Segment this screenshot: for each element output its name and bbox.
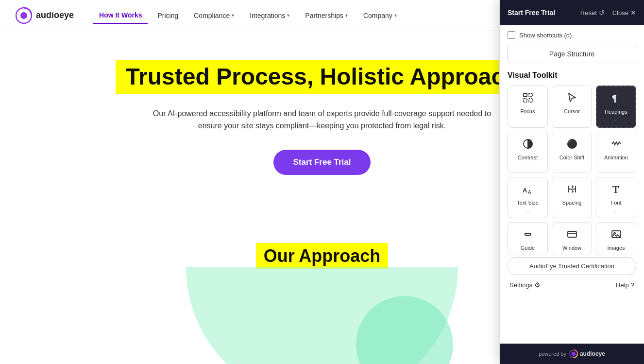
cursor-icon [566,92,578,105]
svg-point-20 [572,352,576,356]
toolkit-font[interactable]: TFont··· [596,177,636,218]
toolkit-headings[interactable]: ¶Headings··· [596,86,636,128]
hero-subtext: Our AI-powered accessibility platform an… [152,107,492,132]
settings-link[interactable]: Settings ⚙ [509,281,541,289]
logo-icon [16,7,32,24]
decorative-circles [152,267,492,364]
toolkit-window[interactable]: Window [552,222,592,255]
toolkit-guide[interactable]: Guide [508,222,548,255]
reset-icon: ↺ [599,9,605,17]
toolkit-contrast-label: Contrast [518,155,538,160]
panel-footer-row: Settings ⚙ Help ? [508,281,636,289]
toolkit-cursor[interactable]: Cursor [552,86,592,128]
nav-links: How It Works Pricing Compliance ▾ Integr… [93,7,522,24]
trial-button-main[interactable]: Start Free Trial [273,150,370,175]
shortcuts-checkbox[interactable] [508,31,515,39]
toolkit-window-label: Window [562,245,581,251]
svg-text:¶: ¶ [612,94,617,104]
toolkit-contrast[interactable]: Contrast··· [508,132,548,173]
panel-trial-label: Start Free Trial [508,9,555,17]
animation-icon [610,138,622,152]
nav-compliance[interactable]: Compliance ▾ [188,8,240,23]
logo-text: audioeye [36,10,74,20]
toolkit-cursor-label: Cursor [564,108,580,114]
svg-text:T: T [612,184,619,195]
nav-pricing[interactable]: Pricing [152,8,184,23]
chevron-down-icon: ▾ [232,13,234,18]
toolkit-text-size[interactable]: AAText Size··· [508,177,548,218]
svg-rect-2 [524,93,527,97]
logo[interactable]: audioeye [16,7,74,24]
panel-body: Show shortcuts (d) Page Structure Visual… [500,25,644,344]
shortcuts-label: Show shortcuts (d) [519,32,572,39]
nav-integrations[interactable]: Integrations ▾ [244,8,295,23]
toolkit-images[interactable]: Images [596,222,636,255]
hero-heading-highlight: Trusted Process, Holistic Approach [116,60,528,94]
svg-rect-5 [529,99,532,102]
nav-partnerships[interactable]: Partnerships ▾ [299,8,354,23]
help-link[interactable]: Help ? [616,281,634,289]
toolkit-headings-dots: ··· [612,118,619,123]
panel-reset-button[interactable]: Reset ↺ [580,9,605,17]
panel-header-controls: Reset ↺ Close ✕ [580,9,636,17]
toolkit-text-size-label: Text Size [517,200,539,206]
toolkit-focus[interactable]: Focus [508,86,548,128]
panel-powered-footer: powered by audioeye [500,344,644,364]
visual-toolkit-title: Visual Toolkit [508,71,636,80]
section-heading: Our Approach [264,246,381,266]
powered-logo: audioeye [569,349,605,358]
toolkit-spacing-label: Spacing [562,200,582,206]
toolkit-grid: FocusCursor¶Headings···Contrast···Color … [508,86,636,255]
gear-icon: ⚙ [534,281,541,289]
powered-brand-text: audioeye [580,350,605,357]
panel-header-bar: Start Free Trial Reset ↺ Close ✕ [500,0,644,25]
svg-point-1 [20,12,27,19]
toolkit-contrast-dots: ··· [524,163,531,169]
hero-heading: Trusted Process, Holistic Approach [125,64,518,90]
headings-icon: ¶ [610,92,622,106]
chevron-down-icon: ▾ [394,13,397,18]
font-icon: T [610,183,622,197]
powered-text: powered by [539,351,566,357]
toolkit-font-dots: ··· [612,208,619,214]
svg-text:A: A [523,187,527,194]
close-icon: ✕ [630,9,636,17]
accessibility-panel: Start Free Trial Reset ↺ Close ✕ Show sh… [499,0,644,364]
cert-button[interactable]: AudioEye Trusted Certification [508,257,636,275]
toolkit-animation[interactable]: Animation [596,132,636,173]
color-shift-icon [566,138,578,152]
focus-icon [522,92,534,105]
chevron-down-icon: ▾ [345,13,348,18]
toolkit-images-label: Images [607,245,625,251]
toolkit-guide-label: Guide [521,245,535,251]
svg-point-18 [614,233,615,234]
toolkit-headings-label: Headings [605,109,627,115]
toolkit-text-size-dots: ··· [524,208,531,214]
toolkit-animation-label: Animation [604,155,628,160]
images-icon [610,228,622,242]
window-icon [566,228,578,242]
toolkit-color-shift-label: Color Shift [559,155,584,160]
svg-rect-15 [568,231,576,237]
svg-text:A: A [528,190,531,195]
audioeye-logo-icon [569,349,578,358]
chevron-down-icon: ▾ [287,13,289,18]
svg-rect-3 [529,93,532,97]
toolkit-spacing[interactable]: Spacing [552,177,592,218]
spacing-icon [566,183,578,197]
toolkit-font-label: Font [610,200,621,206]
page-structure-button[interactable]: Page Structure [508,45,636,63]
toolkit-color-shift[interactable]: Color Shift [552,132,592,173]
svg-rect-14 [525,233,531,235]
nav-how-it-works[interactable]: How It Works [93,7,148,24]
guide-icon [522,228,534,242]
toolkit-focus-label: Focus [521,108,535,114]
contrast-icon [522,138,534,152]
panel-close-button[interactable]: Close ✕ [612,9,636,17]
text-size-icon: AA [522,183,534,197]
svg-rect-4 [524,99,527,102]
nav-company[interactable]: Company ▾ [357,8,403,23]
section-heading-highlight: Our Approach [256,243,389,269]
shortcuts-row: Show shortcuts (d) [508,31,636,39]
question-icon: ? [631,281,634,289]
